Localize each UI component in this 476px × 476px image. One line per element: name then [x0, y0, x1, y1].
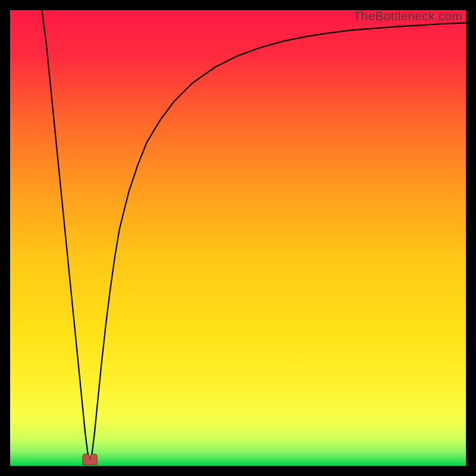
gradient-background [10, 10, 466, 466]
plot-area [10, 10, 466, 466]
watermark-text: TheBottleneck.com [353, 9, 462, 23]
bottleneck-chart [10, 10, 466, 466]
chart-frame: TheBottleneck.com [10, 10, 466, 466]
